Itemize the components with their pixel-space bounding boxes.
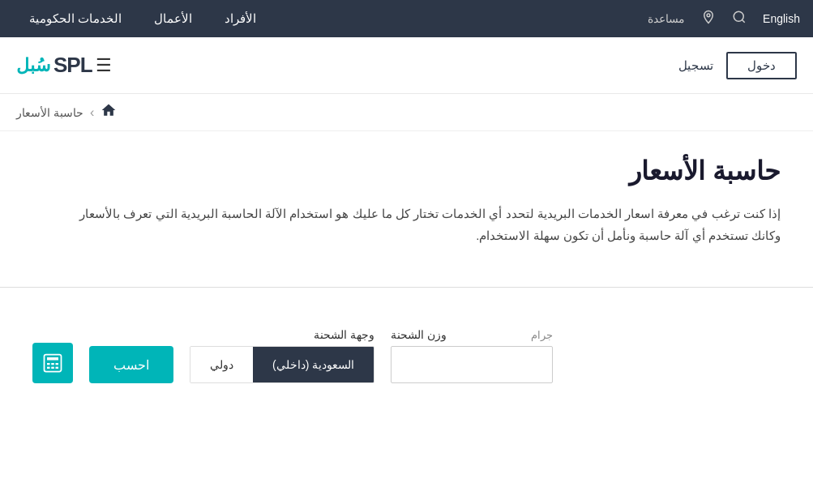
top-nav-tabs: الأفراد الأعمال الخدمات الحكومية	[13, 0, 272, 37]
weight-field-group: جرام وزن الشحنة	[391, 328, 553, 383]
svg-rect-6	[51, 363, 54, 365]
register-button[interactable]: تسجيل	[678, 58, 713, 73]
international-button[interactable]: دولي	[190, 346, 253, 383]
logo-area: ☰ SPL سُبل	[16, 53, 112, 78]
menu-icon[interactable]: ☰	[96, 55, 112, 76]
home-icon[interactable]	[101, 102, 117, 122]
weight-input[interactable]	[391, 346, 553, 383]
svg-rect-10	[56, 367, 59, 369]
svg-rect-5	[47, 363, 50, 365]
login-button[interactable]: دخول	[726, 52, 797, 79]
destination-field-group: وجهة الشحنة السعودية (داخلي) دولي	[190, 328, 374, 383]
domestic-button[interactable]: السعودية (داخلي)	[253, 346, 374, 383]
breadcrumb-current-page: حاسبة الأسعار	[16, 106, 83, 119]
page-title: حاسبة الأسعار	[32, 156, 781, 186]
tab-individuals[interactable]: الأفراد	[208, 0, 272, 37]
calculator-section: احسب وجهة الشحنة السعودية (داخلي) دولي ج…	[0, 312, 813, 399]
help-link[interactable]: مساعدة	[648, 12, 685, 25]
section-divider	[0, 287, 813, 288]
svg-point-2	[707, 13, 710, 16]
calculate-button[interactable]: احسب	[89, 346, 173, 383]
svg-point-0	[734, 11, 743, 21]
svg-rect-9	[51, 367, 54, 369]
destination-label: وجهة الشحنة	[190, 328, 374, 341]
weight-label: وزن الشحنة	[391, 328, 447, 341]
tab-government[interactable]: الخدمات الحكومية	[13, 0, 138, 37]
destination-toggle: السعودية (داخلي) دولي	[190, 346, 374, 383]
search-icon[interactable]	[732, 10, 747, 28]
breadcrumb-separator: ›	[90, 105, 94, 120]
calculator-fields: وجهة الشحنة السعودية (داخلي) دولي جرام و…	[190, 328, 781, 383]
calculator-icon-box	[32, 343, 73, 383]
logo-spl-text: SPL	[53, 53, 92, 78]
breadcrumb: › حاسبة الأسعار	[0, 94, 813, 131]
svg-line-1	[742, 19, 745, 22]
weight-field-header: جرام وزن الشحنة	[391, 328, 553, 341]
top-nav-left: English مساعدة	[648, 10, 800, 28]
page-description: إذا كنت ترغب في معرفة اسعار الخدمات البر…	[51, 203, 781, 246]
english-language-button[interactable]: English	[763, 12, 800, 25]
auth-buttons: دخول تسجيل	[678, 52, 797, 79]
svg-rect-8	[47, 367, 50, 369]
main-content: حاسبة الأسعار إذا كنت ترغب في معرفة اسعا…	[0, 131, 813, 287]
svg-rect-7	[56, 363, 59, 365]
calculator-icon	[41, 352, 64, 374]
top-nav: English مساعدة الأفراد الأعمال الخدمات ا…	[0, 0, 813, 37]
tab-business[interactable]: الأعمال	[138, 0, 208, 37]
svg-rect-4	[47, 357, 58, 361]
logo-arabic-text: سُبل	[16, 55, 50, 76]
logo-bar: دخول تسجيل ☰ SPL سُبل	[0, 37, 813, 94]
location-icon[interactable]	[701, 10, 716, 28]
gram-label: جرام	[531, 329, 553, 341]
site-logo: SPL سُبل	[16, 53, 92, 78]
